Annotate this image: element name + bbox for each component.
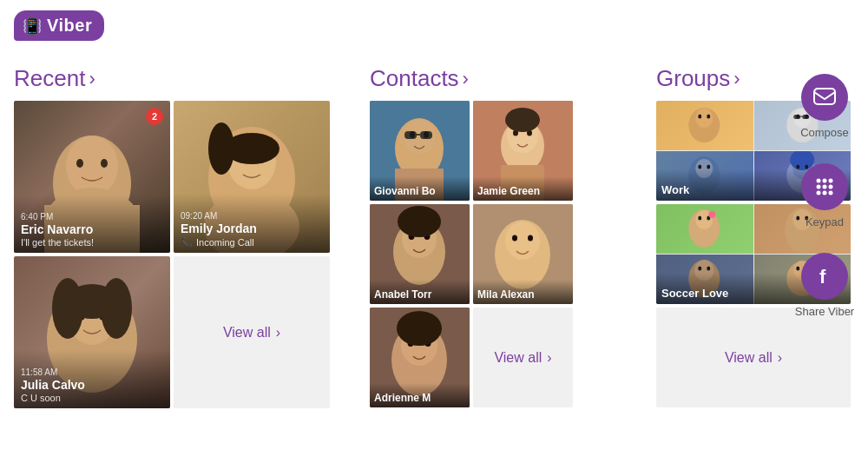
- eric-name: Eric Navarro: [21, 222, 163, 236]
- svg-point-95: [823, 185, 827, 189]
- eric-message: I'll get the tickets!: [21, 237, 163, 248]
- keypad-icon-circle: [801, 163, 848, 210]
- keypad-action[interactable]: Keypad: [801, 163, 848, 228]
- julia-info: 11:58 AM Julia Calvo C U soon: [14, 350, 170, 408]
- svg-point-75: [698, 216, 701, 221]
- svg-point-98: [823, 191, 827, 195]
- contact-tile-anabel[interactable]: Anabel Torr: [370, 204, 470, 304]
- emily-incoming-text: Incoming Call: [196, 237, 254, 248]
- svg-rect-26: [404, 131, 417, 139]
- emily-incoming: 📞 Incoming Call: [181, 236, 323, 248]
- phone-icon: 📞: [181, 236, 193, 248]
- mila-info: Mila Alexan: [473, 280, 573, 304]
- logo-bubble[interactable]: 📳 Viber: [14, 10, 104, 41]
- contacts-chevron: ›: [463, 68, 469, 90]
- svg-text:f: f: [819, 266, 826, 288]
- main-content: Recent › 2: [14, 65, 868, 408]
- groups-view-all[interactable]: View all ›: [656, 308, 851, 407]
- emily-name: Emily Jordan: [181, 222, 323, 235]
- contact-tile-jamie[interactable]: Jamie Green: [473, 101, 573, 201]
- contacts-view-all[interactable]: View all ›: [473, 308, 573, 407]
- svg-point-99: [829, 191, 833, 195]
- eric-info: 6:40 PM Eric Navarro I'll get the ticket…: [14, 195, 170, 253]
- svg-point-1: [66, 136, 118, 196]
- compose-action[interactable]: Compose: [800, 74, 849, 139]
- svg-point-34: [505, 108, 540, 132]
- contacts-section: Contacts ›: [370, 65, 630, 408]
- svg-point-11: [208, 122, 234, 175]
- svg-point-18: [52, 278, 83, 339]
- work-photo-1: [656, 101, 753, 150]
- jamie-info: Jamie Green: [473, 176, 573, 201]
- work-name: Work: [661, 183, 689, 196]
- recent-title[interactable]: Recent ›: [14, 65, 344, 92]
- anabel-name: Anabel Torr: [374, 288, 465, 301]
- svg-point-56: [707, 115, 710, 119]
- anabel-info: Anabel Torr: [370, 280, 470, 304]
- julia-message: C U soon: [21, 393, 163, 403]
- julia-name: Julia Calvo: [21, 378, 163, 392]
- contact-tile-mila[interactable]: Mila Alexan: [473, 204, 573, 304]
- groups-label: Groups: [656, 65, 730, 92]
- svg-point-93: [829, 179, 833, 183]
- svg-point-91: [817, 179, 821, 183]
- right-sidebar: Compose Keypad f Share Viber: [781, 65, 868, 318]
- svg-rect-90: [814, 89, 835, 104]
- recent-view-all-text: View all: [223, 325, 271, 341]
- recent-tile-julia[interactable]: 11:58 AM Julia Calvo C U soon: [14, 256, 170, 408]
- logo-area: 📳 Viber: [14, 10, 104, 41]
- svg-point-96: [829, 185, 833, 189]
- julia-time: 11:58 AM: [21, 367, 163, 377]
- svg-point-97: [817, 191, 821, 195]
- recent-section: Recent › 2: [14, 65, 344, 408]
- recent-label: Recent: [14, 65, 85, 92]
- svg-point-54: [695, 109, 713, 128]
- contact-tile-adrienne[interactable]: Adrienne M: [370, 308, 470, 407]
- app-name: Viber: [47, 16, 92, 36]
- adrienne-info: Adrienne M: [370, 383, 470, 407]
- eric-badge: 2: [146, 108, 163, 125]
- emily-info: 09:20 AM Emily Jordan 📞 Incoming Call: [174, 194, 330, 253]
- svg-point-84: [698, 267, 701, 271]
- recent-view-all[interactable]: View all ›: [174, 256, 330, 408]
- svg-point-52: [397, 311, 442, 346]
- svg-point-45: [512, 235, 517, 242]
- svg-rect-27: [420, 131, 432, 139]
- facebook-icon: f: [812, 264, 837, 288]
- svg-point-3: [101, 159, 108, 168]
- compose-icon: [812, 85, 837, 109]
- svg-point-2: [76, 159, 83, 168]
- recent-view-all-chevron: ›: [276, 325, 280, 341]
- soccer-photo-1: [656, 204, 753, 254]
- svg-point-55: [698, 115, 701, 119]
- contacts-title[interactable]: Contacts ›: [370, 65, 630, 92]
- contacts-grid: Giovanni Bo: [370, 101, 630, 407]
- share-action[interactable]: f Share Viber: [795, 253, 854, 318]
- svg-point-66: [698, 165, 701, 169]
- soccer-name: Soccer Love: [661, 287, 728, 300]
- svg-point-19: [101, 278, 132, 339]
- emily-time: 09:20 AM: [181, 211, 323, 221]
- svg-point-92: [823, 179, 827, 183]
- recent-chevron: ›: [89, 68, 95, 90]
- groups-chevron: ›: [733, 68, 740, 90]
- svg-point-77: [708, 211, 715, 218]
- compose-icon-circle: [801, 74, 848, 121]
- contacts-label: Contacts: [370, 65, 459, 92]
- svg-point-94: [817, 185, 821, 189]
- groups-view-all-chevron: ›: [778, 350, 782, 366]
- adrienne-name: Adrienne M: [374, 392, 465, 404]
- svg-point-85: [707, 267, 710, 271]
- svg-point-67: [707, 165, 710, 169]
- keypad-icon: [812, 175, 837, 199]
- share-label: Share Viber: [795, 305, 854, 318]
- svg-point-46: [528, 235, 533, 242]
- recent-tile-emily[interactable]: 09:20 AM Emily Jordan 📞 Incoming Call: [174, 101, 330, 253]
- share-icon-circle: f: [801, 253, 848, 300]
- compose-label: Compose: [800, 126, 849, 139]
- jamie-name: Jamie Green: [477, 185, 569, 197]
- viber-icon: 📳: [23, 17, 42, 36]
- contact-tile-giovanni[interactable]: Giovanni Bo: [370, 101, 470, 201]
- svg-point-41: [398, 206, 441, 237]
- recent-tile-eric[interactable]: 2 6:40 PM Eric Navarro I'll get the tick…: [14, 101, 170, 253]
